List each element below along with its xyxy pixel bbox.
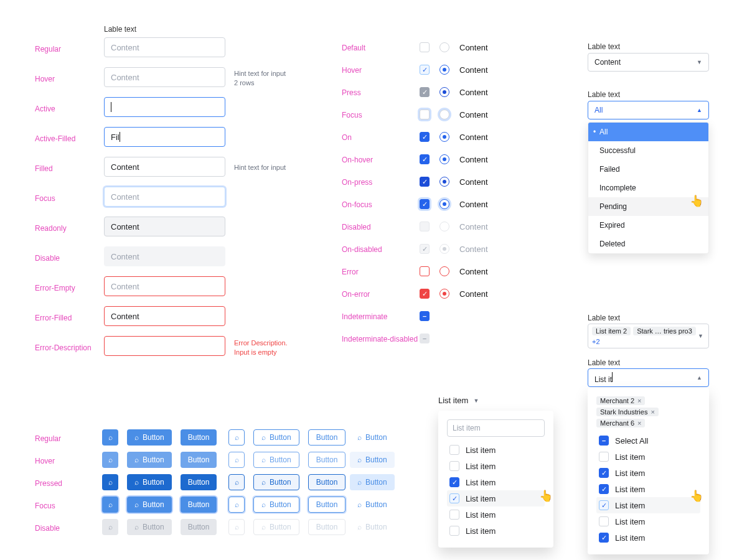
- radio-on-error[interactable]: [439, 289, 449, 299]
- radio-on-press[interactable]: [439, 177, 449, 187]
- button-outline[interactable]: Button: [308, 429, 346, 446]
- radio-on[interactable]: [439, 132, 449, 142]
- radio-error[interactable]: [439, 266, 449, 276]
- button-text[interactable]: ⌕Button: [350, 497, 395, 513]
- input-hover[interactable]: Content: [104, 67, 225, 87]
- list-item[interactable]: ✓List item: [447, 490, 545, 506]
- list-item[interactable]: List item: [447, 458, 545, 474]
- button-primary[interactable]: Button: [181, 452, 217, 468]
- checkbox-hover[interactable]: ✓: [420, 65, 430, 75]
- radio-focus[interactable]: [439, 110, 449, 119]
- list-item[interactable]: List item: [447, 506, 545, 523]
- input-filled[interactable]: Content: [104, 157, 225, 177]
- radio-on-focus[interactable]: [439, 199, 449, 209]
- checkbox[interactable]: [449, 461, 459, 471]
- select-option[interactable]: Failed: [588, 160, 708, 179]
- checkbox-on-press[interactable]: ✓: [420, 177, 430, 187]
- button-primary[interactable]: Button: [181, 474, 217, 490]
- button-outline[interactable]: Button: [308, 497, 346, 513]
- checkbox[interactable]: [449, 445, 459, 455]
- select-closed[interactable]: Content ▼: [588, 53, 709, 72]
- input-error-desc[interactable]: [104, 336, 225, 356]
- input-focus[interactable]: Content: [104, 187, 225, 207]
- list-item[interactable]: ✓List item: [596, 497, 700, 513]
- checkbox-on-error[interactable]: ✓: [420, 289, 430, 299]
- checkbox-focus[interactable]: [420, 110, 430, 119]
- list-item[interactable]: List item: [447, 442, 545, 458]
- select-all-row[interactable]: – Select All: [596, 432, 700, 449]
- multiselect-more[interactable]: +2: [592, 338, 600, 345]
- close-icon[interactable]: ×: [651, 408, 654, 416]
- icon-button-outline[interactable]: ⌕: [228, 497, 245, 513]
- radio-press[interactable]: [439, 87, 449, 97]
- button-primary[interactable]: Button: [181, 497, 217, 513]
- dropdown-trigger[interactable]: List item ▼: [438, 396, 479, 405]
- checkbox[interactable]: ✓: [449, 493, 459, 503]
- icon-button-outline[interactable]: ⌕: [228, 474, 245, 490]
- button-outline[interactable]: Button: [308, 452, 346, 468]
- icon-button-outline[interactable]: ⌕: [228, 452, 245, 468]
- checkbox[interactable]: [449, 526, 459, 536]
- list-item[interactable]: ✓List item: [596, 481, 700, 497]
- multiselect-closed[interactable]: List item 2 Stark … tries pro3 +2 ▼: [588, 324, 709, 348]
- input-active[interactable]: [104, 97, 225, 117]
- input-error-filled[interactable]: Content: [104, 306, 225, 326]
- checkbox-press[interactable]: ✓: [420, 87, 430, 97]
- button-primary[interactable]: ⌕Button: [127, 429, 172, 446]
- button-text[interactable]: ⌕Button: [350, 452, 395, 468]
- select-option[interactable]: Pending: [588, 197, 708, 216]
- checkbox-indeterminate[interactable]: –: [420, 311, 430, 321]
- select-option[interactable]: Expired: [588, 216, 708, 235]
- input-active-filled[interactable]: Fil: [104, 127, 225, 147]
- button-outline[interactable]: ⌕Button: [253, 452, 299, 468]
- select-option[interactable]: All: [588, 123, 708, 141]
- close-icon[interactable]: ×: [637, 419, 641, 427]
- checkbox[interactable]: [449, 510, 459, 520]
- checkbox[interactable]: [599, 516, 609, 526]
- button-text[interactable]: ⌕Button: [350, 429, 395, 446]
- checkbox-on-focus[interactable]: ✓: [420, 199, 430, 209]
- button-outline[interactable]: Button: [308, 474, 346, 490]
- select-open[interactable]: All ▲: [588, 101, 709, 119]
- select-option[interactable]: Deleted: [588, 235, 708, 253]
- icon-button-primary[interactable]: ⌕: [102, 452, 118, 468]
- radio-on-hover[interactable]: [439, 154, 449, 164]
- icon-button-primary[interactable]: ⌕: [102, 474, 118, 490]
- checkbox[interactable]: [599, 452, 609, 462]
- checkbox-on[interactable]: ✓: [420, 132, 430, 142]
- checkbox[interactable]: ✓: [599, 484, 609, 494]
- button-primary[interactable]: ⌕Button: [127, 452, 172, 468]
- button-outline[interactable]: ⌕Button: [253, 474, 299, 490]
- list-item[interactable]: ✓List item: [596, 530, 700, 546]
- checkbox[interactable]: ✓: [599, 533, 609, 543]
- button-primary[interactable]: ⌕Button: [127, 497, 172, 513]
- checkbox-error[interactable]: [420, 266, 430, 276]
- dropdown-search[interactable]: List item: [447, 419, 545, 437]
- radio-hover[interactable]: [439, 65, 449, 75]
- checkbox-on-hover[interactable]: ✓: [420, 154, 430, 164]
- button-primary[interactable]: Button: [181, 429, 217, 446]
- list-item[interactable]: List item: [447, 523, 545, 539]
- select-option[interactable]: Successful: [588, 141, 708, 160]
- close-icon[interactable]: ×: [637, 397, 641, 404]
- button-outline[interactable]: ⌕Button: [253, 429, 299, 446]
- checkbox-indeterminate-icon[interactable]: –: [599, 436, 609, 446]
- list-item[interactable]: List item: [596, 449, 700, 465]
- icon-button-primary[interactable]: ⌕: [102, 497, 118, 513]
- checkbox[interactable]: ✓: [449, 477, 459, 487]
- button-text[interactable]: ⌕Button: [350, 474, 395, 490]
- checkbox[interactable]: ✓: [599, 468, 609, 478]
- list-item[interactable]: List item: [596, 513, 700, 530]
- list-item[interactable]: ✓List item: [447, 474, 545, 490]
- icon-button-outline[interactable]: ⌕: [228, 429, 245, 446]
- list-item[interactable]: ✓List item: [596, 465, 700, 481]
- input-error-empty[interactable]: Content: [104, 276, 225, 296]
- button-primary[interactable]: ⌕Button: [127, 474, 172, 490]
- icon-button-primary[interactable]: ⌕: [102, 429, 118, 446]
- radio-default[interactable]: [439, 42, 449, 52]
- checkbox-default[interactable]: [420, 42, 430, 52]
- checkbox[interactable]: ✓: [599, 500, 609, 510]
- multiselect-open-input[interactable]: List it ▲: [588, 368, 709, 387]
- select-option[interactable]: Incomplete: [588, 179, 708, 197]
- button-outline[interactable]: ⌕Button: [253, 497, 299, 513]
